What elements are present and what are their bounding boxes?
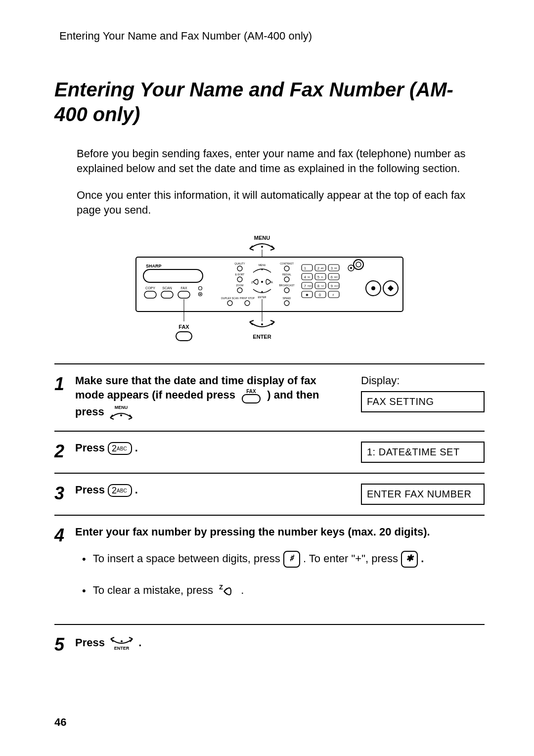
svg-text:MENU: MENU [259, 264, 266, 267]
svg-point-17 [262, 268, 263, 270]
enter-rocker-icon: ENTER [108, 635, 135, 652]
svg-text:QUALITY: QUALITY [234, 262, 245, 265]
page-title: Entering Your Name and Fax Number (AM-40… [54, 77, 485, 127]
step-4-text: Enter your fax number by pressing the nu… [75, 526, 485, 614]
intro-paragraph-2: Once you enter this information, it will… [77, 188, 485, 217]
svg-point-67 [371, 286, 375, 290]
svg-text:1: 1 [304, 267, 306, 270]
press-label: Press [75, 484, 105, 496]
keypad: 1 2ABC 3DEF 4GHI 5JKL 6MNO 7PQRS 8TUV 9W… [302, 265, 339, 298]
svg-text:✱: ✱ [306, 293, 309, 297]
menu-rocker-icon: MENU [107, 404, 135, 421]
mode-fax-label: FAX [180, 286, 187, 290]
svg-text:DUPLEX SCAN: DUPLEX SCAN [221, 297, 239, 300]
step-3: 3 Press 2ABC . ENTER FAX NUMBER [54, 473, 485, 515]
svg-point-11 [237, 288, 242, 293]
step-5-text: Press ENTER . [75, 635, 485, 654]
svg-text:5: 5 [317, 275, 319, 279]
step-1-display: Display: FAX SETTING [361, 374, 485, 421]
star-key-icon: ✱ [401, 551, 418, 568]
svg-point-75 [120, 414, 122, 416]
svg-text:REDIAL: REDIAL [282, 273, 291, 276]
svg-text:A: A [271, 281, 273, 284]
svg-text:8: 8 [317, 284, 319, 288]
step-4-bullet-2: • To clear a mistake, press Z [82, 582, 485, 599]
svg-rect-39 [302, 273, 312, 280]
svg-text:ZOOM: ZOOM [236, 284, 244, 287]
svg-text:7: 7 [304, 284, 306, 288]
control-panel-diagram: MENU SHARP COPY SCAN FAX QUALITY E-SORT [129, 230, 410, 349]
svg-point-77 [121, 640, 123, 642]
svg-text:GHI: GHI [308, 276, 311, 278]
svg-text:JKL: JKL [321, 276, 324, 278]
period: . [135, 484, 138, 496]
svg-point-21 [262, 291, 263, 292]
step-4: 4 Enter your fax number by pressing the … [54, 515, 485, 624]
step-2: 2 Press 2ABC . 1: DATE&TIME SET [54, 431, 485, 473]
svg-point-24 [284, 266, 289, 271]
bullet-1-period: . [421, 552, 424, 565]
svg-text:MENU: MENU [115, 405, 128, 410]
svg-text:ABC: ABC [321, 267, 324, 269]
step-number: 1 [54, 374, 75, 421]
intro-paragraph-1: Before you begin sending faxes, enter yo… [77, 146, 485, 176]
svg-text:PRINT STOP: PRINT STOP [240, 297, 255, 300]
svg-point-0 [261, 246, 263, 248]
svg-text:6: 6 [331, 275, 333, 279]
svg-text:SPEED: SPEED [283, 297, 291, 300]
svg-text:WXYZ: WXYZ [334, 285, 339, 287]
display-value: ENTER FAX NUMBER [361, 484, 485, 505]
svg-rect-61 [328, 291, 339, 298]
steps-list: 1 Make sure that the date and time displ… [54, 363, 485, 664]
svg-rect-36 [328, 265, 339, 271]
svg-text:CONTRAST: CONTRAST [280, 262, 294, 265]
bullet-2-period: . [241, 584, 244, 596]
page-number: 46 [54, 716, 66, 729]
step-number: 4 [54, 526, 75, 614]
hash-key-icon: ♯ [283, 551, 300, 568]
svg-text:BROADCAST: BROADCAST [279, 284, 294, 287]
mode-fax-button [178, 291, 190, 298]
step-4-heading: Enter your fax number by pressing the nu… [75, 526, 485, 538]
svg-point-3 [199, 286, 202, 290]
svg-point-64 [350, 267, 352, 269]
running-header: Entering Your Name and Fax Number (AM-40… [59, 30, 485, 43]
press-label: Press [75, 636, 105, 649]
callout-enter-label: ENTER [253, 334, 271, 340]
press-label: Press [75, 442, 105, 454]
svg-point-65 [356, 262, 361, 267]
manual-page: Entering Your Name and Fax Number (AM-40… [0, 0, 534, 756]
svg-point-30 [284, 301, 289, 306]
bullet-2-text-a: To clear a mistake, press [93, 584, 213, 596]
svg-point-7 [237, 266, 242, 271]
display-value: 1: DATE&TIME SET [361, 442, 485, 463]
svg-rect-51 [315, 282, 326, 289]
key-2abc-icon: 2ABC [108, 484, 132, 497]
svg-text:FAX: FAX [246, 389, 256, 394]
svg-text:4: 4 [304, 275, 306, 279]
svg-text:DEF: DEF [334, 267, 337, 269]
svg-point-9 [237, 277, 242, 282]
svg-text:Z: Z [219, 583, 223, 591]
svg-text:9: 9 [331, 284, 333, 288]
svg-text:3: 3 [331, 267, 333, 270]
svg-text:ENTER: ENTER [114, 646, 130, 651]
step-2-display: 1: DATE&TIME SET [361, 442, 485, 463]
step-1: 1 Make sure that the date and time displ… [54, 363, 485, 431]
svg-text:MNO: MNO [334, 276, 338, 278]
lcd-display [143, 269, 203, 282]
svg-point-5 [200, 293, 201, 295]
step-5: 5 Press ENTER . [54, 624, 485, 664]
svg-text:0: 0 [319, 293, 321, 297]
svg-point-71 [261, 323, 263, 325]
display-value: FAX SETTING [361, 391, 485, 412]
menu-rocker-cluster: MENU Z A ENTER [251, 264, 273, 299]
step-4-bullet-1: • To insert a space between digits, pres… [82, 551, 485, 568]
period: . [135, 442, 138, 454]
stop-button [354, 260, 363, 269]
mode-copy-label: COPY [145, 286, 155, 290]
svg-point-28 [284, 288, 289, 293]
bullet-1-text-b: . To enter "+", press [303, 552, 398, 565]
svg-text:E-SORT: E-SORT [235, 273, 245, 276]
z-left-arrow-icon: Z [216, 582, 238, 599]
